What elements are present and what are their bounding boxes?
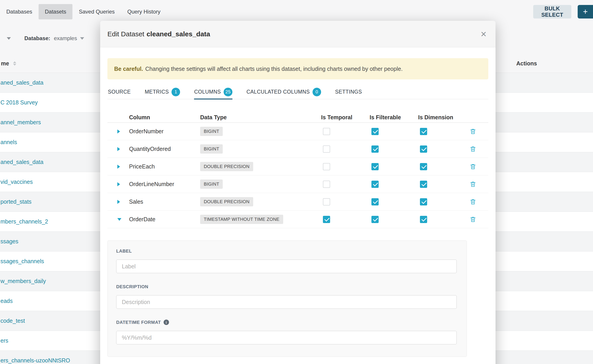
column-name: PriceEach <box>125 163 197 170</box>
description-input[interactable] <box>116 295 457 309</box>
sort-icon[interactable] <box>13 61 16 66</box>
label-input[interactable] <box>116 260 457 273</box>
dataset-link[interactable]: ers <box>0 337 8 344</box>
delete-icon[interactable] <box>470 181 476 188</box>
tab-settings[interactable]: SETTINGS <box>335 85 362 99</box>
is-temporal-checkbox[interactable] <box>323 216 330 223</box>
add-dataset-button[interactable]: + <box>578 5 593 19</box>
name-column-header[interactable]: me <box>1 60 9 67</box>
is-filterable-checkbox[interactable] <box>371 216 379 223</box>
datetime-format-input[interactable] <box>116 331 457 344</box>
label-field-label: LABEL <box>116 248 457 254</box>
tab-columns[interactable]: COLUMNS 25 <box>194 85 232 99</box>
is-filterable-checkbox[interactable] <box>371 128 379 135</box>
column-header: Column <box>125 114 197 121</box>
table-row: PriceEach DOUBLE PRECISION <box>107 158 488 176</box>
is-dimension-checkbox[interactable] <box>420 128 427 135</box>
data-type-pill: BIGINT <box>200 144 223 154</box>
is-temporal-checkbox[interactable] <box>323 198 330 205</box>
dataset-link[interactable]: w_members_daily <box>0 278 46 284</box>
data-type-pill: TIMESTAMP WITHOUT TIME ZONE <box>200 215 283 224</box>
nav-item-datasets[interactable]: Datasets <box>39 4 73 20</box>
columns-count-badge: 25 <box>224 88 232 96</box>
delete-icon[interactable] <box>470 198 476 205</box>
expand-caret-icon[interactable] <box>117 200 120 204</box>
is-temporal-checkbox[interactable] <box>323 128 330 135</box>
delete-icon[interactable] <box>470 146 476 152</box>
table-row: OrderNumber BIGINT <box>107 123 488 140</box>
table-row: QuantityOrdered BIGINT <box>107 140 488 158</box>
is-filterable-checkbox[interactable] <box>371 163 379 170</box>
expand-caret-icon[interactable] <box>117 130 120 134</box>
is-filterable-checkbox[interactable] <box>371 181 379 188</box>
edit-dataset-modal: Edit Datasetcleaned_sales_data × Be care… <box>100 21 495 364</box>
nav-item-saved-queries[interactable]: Saved Queries <box>72 4 121 20</box>
delete-icon[interactable] <box>470 216 476 223</box>
dataset-link[interactable]: aned_sales_data <box>0 79 43 86</box>
info-icon[interactable]: i <box>164 319 169 325</box>
close-icon[interactable]: × <box>481 29 487 39</box>
tab-source[interactable]: SOURCE <box>108 85 131 99</box>
is-filterable-checkbox[interactable] <box>371 198 379 205</box>
is-dimension-checkbox[interactable] <box>420 198 427 205</box>
collapse-caret-icon[interactable] <box>117 218 121 221</box>
nav-item-databases[interactable]: Databases <box>0 4 39 20</box>
dataset-link[interactable]: aned_sales_data <box>0 159 43 165</box>
is-temporal-checkbox[interactable] <box>323 163 330 170</box>
database-filter-label: Database: <box>24 35 50 41</box>
is-dimension-header: Is Dimension <box>415 114 470 121</box>
column-name: OrderDate <box>125 216 197 223</box>
metrics-count-badge: 1 <box>171 88 180 96</box>
is-temporal-checkbox[interactable] <box>323 145 330 153</box>
is-dimension-checkbox[interactable] <box>420 145 427 153</box>
tab-calculated-columns[interactable]: CALCULATED COLUMNS 0 <box>246 85 321 99</box>
dataset-link[interactable]: C 2018 Survey <box>0 99 38 106</box>
expand-caret-icon[interactable] <box>117 182 120 186</box>
warning-bold: Be careful. <box>114 66 143 72</box>
column-name: OrderLineNumber <box>125 181 197 187</box>
column-name: OrderNumber <box>125 128 197 135</box>
expand-caret-icon[interactable] <box>117 165 120 169</box>
bulk-select-button[interactable]: BULK SELECT <box>533 5 571 19</box>
is-filterable-checkbox[interactable] <box>371 145 379 153</box>
data-type-pill: DOUBLE PRECISION <box>200 162 253 171</box>
dataset-link[interactable]: ers_channels-uzooNNtSRO <box>0 357 70 364</box>
label-field-group: LABEL <box>116 248 457 273</box>
dataset-link[interactable]: code_test <box>0 318 25 324</box>
dataset-link[interactable]: mbers_channels_2 <box>0 218 48 225</box>
dataset-link[interactable]: ported_stats <box>0 198 32 205</box>
dataset-name: cleaned_sales_data <box>146 30 210 38</box>
data-type-pill: BIGINT <box>200 180 223 189</box>
tab-metrics[interactable]: METRICS 1 <box>145 85 180 99</box>
description-field-group: DESCRIPTION <box>116 284 457 309</box>
dataset-link[interactable]: ssages <box>0 238 18 245</box>
modal-title: Edit Datasetcleaned_sales_data <box>107 30 210 38</box>
columns-table: Column Data Type Is Temporal Is Filterab… <box>107 112 488 228</box>
modal-body: Be careful.Changing these settings will … <box>100 58 495 357</box>
expand-caret-icon[interactable] <box>117 147 120 151</box>
database-filter-value[interactable]: examples <box>54 35 77 41</box>
actions-column-header: Actions <box>516 60 537 67</box>
is-dimension-checkbox[interactable] <box>420 216 427 223</box>
is-temporal-checkbox[interactable] <box>323 181 330 188</box>
table-row: OrderLineNumber BIGINT <box>107 176 488 193</box>
nav-item-query-history[interactable]: Query History <box>121 4 167 20</box>
dataset-link[interactable]: annel_members <box>0 119 41 126</box>
data-type-pill: BIGINT <box>200 127 223 136</box>
delete-icon[interactable] <box>470 128 476 135</box>
is-filterable-header: Is Filterable <box>367 114 415 121</box>
warning-text: Changing these settings will affect all … <box>145 66 403 72</box>
calculated-columns-count-badge: 0 <box>313 88 321 96</box>
dataset-link[interactable]: eads <box>0 298 13 304</box>
modal-header: Edit Datasetcleaned_sales_data × <box>100 21 495 47</box>
delete-icon[interactable] <box>470 163 476 170</box>
is-dimension-checkbox[interactable] <box>420 163 427 170</box>
data-type-pill: DOUBLE PRECISION <box>200 197 253 206</box>
chevron-down-icon[interactable] <box>7 37 11 40</box>
table-row: OrderDate TIMESTAMP WITHOUT TIME ZONE <box>107 211 488 228</box>
is-dimension-checkbox[interactable] <box>420 181 427 188</box>
dataset-link[interactable]: vid_vaccines <box>0 179 33 185</box>
dataset-link[interactable]: annels <box>0 139 17 145</box>
chevron-down-icon[interactable] <box>80 37 84 40</box>
dataset-link[interactable]: ssages_channels <box>0 258 44 265</box>
